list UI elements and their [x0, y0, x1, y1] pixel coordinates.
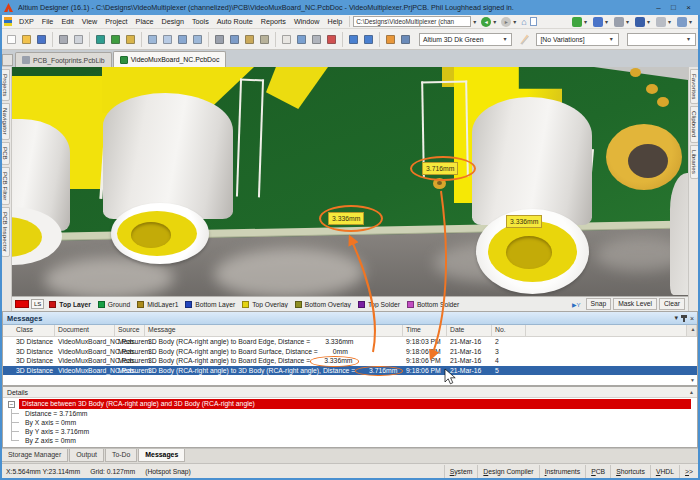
- chevron-down-icon[interactable]: ▾: [582, 18, 589, 25]
- redo-icon[interactable]: [362, 33, 375, 46]
- close-button[interactable]: ×: [681, 0, 696, 15]
- select-area-icon[interactable]: [280, 33, 293, 46]
- panel-menu-icon[interactable]: [2, 54, 13, 66]
- grid-icon[interactable]: ▾: [677, 17, 694, 27]
- menu-reports[interactable]: Reports: [257, 15, 290, 28]
- view-configuration-select[interactable]: Altium 3D Dk Green ▾: [419, 33, 512, 46]
- copy-icon[interactable]: [228, 33, 241, 46]
- chevron-down-icon[interactable]: ▾: [491, 18, 498, 25]
- pcb-3d-viewport[interactable]: 3.336mm 3.716mm 3.336mm: [12, 67, 688, 296]
- doc-tab-pcb-footprints-pcblib[interactable]: PCB_Footprints.PcbLib: [15, 52, 112, 67]
- back-icon[interactable]: ◂: [481, 17, 491, 27]
- menu-help[interactable]: Help: [323, 15, 346, 28]
- undo-icon[interactable]: [347, 33, 360, 46]
- chevron-down-icon[interactable]: ▾: [687, 18, 694, 25]
- menu-tools[interactable]: Tools: [188, 15, 213, 28]
- panel-tab-navigator[interactable]: Navigator: [1, 103, 10, 139]
- open-icon[interactable]: [20, 33, 33, 46]
- menu-place[interactable]: Place: [132, 15, 158, 28]
- minimize-button[interactable]: –: [651, 0, 666, 15]
- zoom-selection-icon[interactable]: [191, 33, 204, 46]
- bottom-tab-storage-manager[interactable]: Storage Manager: [1, 449, 68, 462]
- view-3d-icon[interactable]: [94, 33, 107, 46]
- move-icon[interactable]: [295, 33, 308, 46]
- layer-tab-bottom-overlay[interactable]: Bottom Overlay: [295, 301, 351, 308]
- menu-dxp[interactable]: DXP: [15, 15, 38, 28]
- board-folder-icon[interactable]: [124, 33, 137, 46]
- column-header-date[interactable]: Date: [447, 325, 492, 336]
- column-header-document[interactable]: Document: [55, 325, 115, 336]
- status-menu-[interactable]: >>: [679, 465, 698, 478]
- forward-icon[interactable]: ▸: [501, 17, 511, 27]
- document-path-combo[interactable]: C:\Designs\VideoMultiplexer (chan: [353, 16, 471, 27]
- zoom-rect-icon[interactable]: [146, 33, 159, 46]
- bottom-tab-to-do[interactable]: To-Do: [105, 449, 137, 462]
- chart-icon[interactable]: ▾: [572, 17, 589, 27]
- cut-icon[interactable]: [213, 33, 226, 46]
- measure-icon[interactable]: ▾: [635, 17, 652, 27]
- clear-filter-icon[interactable]: [325, 33, 338, 46]
- menu-view[interactable]: View: [78, 15, 101, 28]
- print-preview-icon[interactable]: [72, 33, 85, 46]
- status-menu-system[interactable]: System: [444, 465, 478, 478]
- new-document-icon[interactable]: [5, 33, 18, 46]
- close-icon[interactable]: ×: [690, 315, 694, 322]
- menu-window[interactable]: Window: [290, 15, 324, 28]
- chevron-down-icon[interactable]: ▾: [666, 18, 673, 25]
- panel-tab-pcb-filter[interactable]: PCB Filter: [1, 167, 10, 205]
- annotate-icon[interactable]: [384, 33, 397, 46]
- mask-level-button[interactable]: Mask Level: [613, 298, 657, 310]
- layer-tab-top-layer[interactable]: Top Layer: [49, 301, 90, 308]
- layers-icon[interactable]: ▾: [593, 17, 610, 27]
- layer-tab-top-overlay[interactable]: Top Overlay: [242, 301, 288, 308]
- save-icon[interactable]: [35, 33, 48, 46]
- menu-edit[interactable]: Edit: [57, 15, 77, 28]
- zoom-doc-icon[interactable]: [161, 33, 174, 46]
- maximize-button[interactable]: □: [666, 0, 681, 15]
- doc-tab-videomuxboard-nc-pcbdoc[interactable]: VideoMuxBoard_NC.PcbDoc: [113, 51, 227, 67]
- message-row[interactable]: 3D DistanceVideoMuxBoard_NC.Pcb...Measur…: [3, 337, 697, 347]
- layer-tab-bottom-solder[interactable]: Bottom Solder: [407, 301, 459, 308]
- column-header-message[interactable]: Message: [145, 325, 403, 336]
- column-header-no[interactable]: No.: [492, 325, 526, 336]
- panel-tab-pcb[interactable]: PCB: [1, 142, 10, 165]
- zoom-in-icon[interactable]: [176, 33, 189, 46]
- layer-tab-bottom-layer[interactable]: Bottom Layer: [185, 301, 235, 308]
- panel-tab-projects[interactable]: Projects: [1, 69, 10, 101]
- layout-icon[interactable]: [399, 33, 412, 46]
- status-menu-vhdl[interactable]: VHDL: [650, 465, 679, 478]
- message-row[interactable]: 3D DistanceVideoMuxBoard_NC.Pcb...Measur…: [3, 347, 697, 357]
- home-icon[interactable]: ⌂: [521, 17, 526, 27]
- scroll-up-icon[interactable]: ▲: [686, 325, 697, 336]
- offset-icon[interactable]: [310, 33, 323, 46]
- paste-special-icon[interactable]: [258, 33, 271, 46]
- bottom-tab-output[interactable]: Output: [69, 449, 104, 462]
- chevron-down-icon[interactable]: ▾: [624, 18, 631, 25]
- bottom-tab-messages[interactable]: Messages: [138, 449, 185, 462]
- status-menu-shortcuts[interactable]: Shortcuts: [610, 465, 650, 478]
- layer-set-selector[interactable]: LS: [31, 299, 44, 309]
- message-row[interactable]: 3D DistanceVideoMuxBoard_NC.Pcb...Measur…: [3, 356, 697, 366]
- scroll-up-icon[interactable]: ▲: [689, 389, 694, 395]
- scroll-down-icon[interactable]: ▼: [690, 377, 695, 383]
- message-row[interactable]: 3D DistanceVideoMuxBoard_NC.Pcb...Measur…: [3, 366, 697, 376]
- snap-button[interactable]: Snap: [586, 298, 612, 310]
- document-icon[interactable]: [530, 17, 537, 26]
- column-header-source[interactable]: Source: [115, 325, 145, 336]
- variations-select[interactable]: [No Variations] ▾: [536, 33, 618, 46]
- layer-tab-top-solder[interactable]: Top Solder: [358, 301, 400, 308]
- edit-variant-icon[interactable]: [518, 33, 530, 46]
- footprint-icon[interactable]: ▾: [614, 17, 631, 27]
- collapse-icon[interactable]: −: [8, 401, 15, 408]
- paste-icon[interactable]: [243, 33, 256, 46]
- empty-select[interactable]: ▾: [627, 33, 696, 46]
- board-icon[interactable]: [109, 33, 122, 46]
- details-root-row[interactable]: − Distance between 3D Body (RCA-right an…: [3, 399, 697, 409]
- clear-button[interactable]: Clear: [659, 298, 685, 310]
- current-layer-swatch[interactable]: [15, 300, 29, 308]
- status-menu-design-compiler[interactable]: Design Compiler: [477, 465, 538, 478]
- column-header-time[interactable]: Time: [403, 325, 447, 336]
- chevron-down-icon[interactable]: ▾: [645, 18, 652, 25]
- status-menu-pcb[interactable]: PCB: [585, 465, 610, 478]
- chevron-down-icon[interactable]: ▾: [603, 18, 610, 25]
